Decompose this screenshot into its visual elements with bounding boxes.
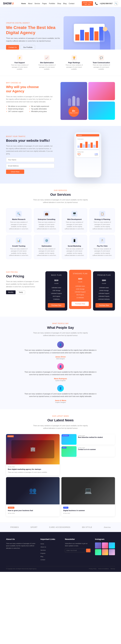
footer-terms-link[interactable]: Terms & Conditions: [98, 568, 109, 570]
footer-about-col: About Us There are many variations of pa…: [6, 538, 36, 562]
news-card-small-2[interactable]: TECH 12 Nov 2022 Contact us to to summer: [61, 446, 115, 457]
feature-site-opt: 📈 Site-Optimisation There are many varia…: [33, 53, 60, 72]
footer-links-title: Important Links: [40, 538, 60, 540]
testimonial-text-3: There are many variations of passages of…: [23, 392, 98, 398]
nav-home[interactable]: Home: [21, 2, 26, 4]
news-card-big[interactable]: 🏢 DESIGN 25 Nov 2022 Best digital market…: [6, 434, 60, 475]
footer-link-2[interactable]: About Us: [40, 546, 46, 548]
footer-sitemap-link[interactable]: Sitemap: [111, 568, 115, 570]
news-card-bottom-2[interactable]: 💻 TECH Digital business in summer 02 Nov…: [61, 477, 115, 516]
phone-bar-chart: [77, 140, 98, 148]
service-web-dev[interactable]: 🖥️ Web Development There are many variat…: [62, 208, 87, 232]
footer-link-4[interactable]: Projects: [40, 552, 45, 554]
basic-period: /month: [48, 283, 65, 284]
news-card-small-1[interactable]: BUSINESS 18 Nov 2022 Best Advertise meth…: [61, 434, 115, 445]
footer-copyright: © Copyright 2022. All Rights Reserved By…: [6, 568, 36, 570]
traffic-submit-button[interactable]: Check Now: [6, 170, 24, 174]
testimonials-title: What People Say: [6, 326, 115, 330]
nav-pages[interactable]: Pages: [42, 2, 47, 4]
instagram-thumb-6[interactable]: [109, 549, 115, 555]
service-desc-4: There are many variations of passages of…: [92, 221, 112, 230]
why-list-col2: We are highly experienced Top quality de…: [29, 106, 49, 113]
pricing-section: OUR PRICING Our Pricing There are many v…: [0, 265, 121, 316]
footer-newsletter-btn[interactable]: →: [86, 549, 91, 552]
why-image-top-right: [88, 82, 115, 100]
testimonial-1: 👤 There are many variations of passages …: [15, 341, 106, 360]
growth-icon: 📊: [16, 238, 22, 244]
nav-service[interactable]: Service: [34, 2, 40, 4]
nav-right: Monday - Friday 9am - 5pm 📞 +1(234) 5566…: [82, 1, 118, 6]
avatar-2: 👤: [57, 363, 64, 370]
traffic-desc: There are many variations of passages of…: [6, 145, 54, 155]
instagram-thumb-1[interactable]: [95, 542, 101, 548]
phone-chart-label: Performance: [77, 138, 98, 140]
standard-period: /month: [72, 281, 89, 283]
pricing-title: Our Pricing: [6, 274, 39, 278]
footer-newsletter-form: →: [65, 549, 91, 552]
service-market-research[interactable]: 🔍 Market Research There are many variati…: [6, 208, 31, 232]
footer-links-col: Important Links Home About Us Services P…: [40, 538, 60, 562]
web-dev-icon: 🖥️: [71, 211, 77, 217]
footer-link-3[interactable]: Services: [40, 550, 46, 551]
service-optimization[interactable]: ⚙️ Optimization There are many variation…: [34, 235, 59, 259]
news-small-title-1: Best Advertise method for student: [78, 436, 103, 438]
ppc-icon: 🖱️: [99, 238, 105, 244]
service-strategy[interactable]: 📋 Strategy & Planning There are many var…: [90, 208, 115, 232]
footer-privacy-link[interactable]: Privacy Policy: [89, 568, 96, 570]
news-bottom-tag-1: DESIGN: [8, 507, 14, 509]
traffic-name-input[interactable]: [6, 158, 54, 162]
instagram-thumb-5[interactable]: [102, 549, 108, 555]
feature-title-3: Page Rankings: [64, 62, 84, 64]
avatar-3: 👤: [57, 385, 64, 392]
service-title-6: Optimization: [36, 245, 57, 247]
footer-link-1[interactable]: Home: [40, 543, 44, 544]
instagram-thumb-3[interactable]: [109, 542, 115, 548]
basic-plan-name: Basic Plan: [48, 274, 65, 276]
nav-contact[interactable]: Contact: [69, 2, 74, 4]
search-icon[interactable]: 🔍: [114, 2, 118, 5]
pricing-yearly-btn[interactable]: Yearly: [16, 290, 25, 294]
chart-bar-4: [90, 28, 94, 40]
phone-stats-card: Weekly Stats 82% Goal 2.4k Visitors: [76, 150, 99, 157]
news-card-bottom-1[interactable]: 👥 DESIGN How to grow your business fast …: [6, 477, 60, 516]
partner-5: Joerna: [104, 526, 111, 528]
service-ppc[interactable]: 🖱️ Pay Per Click There are many variatio…: [90, 235, 115, 259]
hero-portfolio-button[interactable]: Our Portfolio: [20, 45, 35, 50]
nav-about[interactable]: About: [28, 2, 32, 4]
instagram-thumb-2[interactable]: [102, 542, 108, 548]
nav-links: Home About Service Pages Portfolio Shop …: [21, 2, 74, 4]
basic-purchase-button[interactable]: Purchase Now: [48, 303, 65, 308]
pricing-monthly-btn[interactable]: Monthly: [6, 290, 15, 294]
testimonials-list: 👤 There are many variations of passages …: [15, 341, 106, 403]
nav-blog[interactable]: Blog: [63, 2, 67, 4]
service-growth[interactable]: 📊 Growth Tracking There are many variati…: [6, 235, 31, 259]
feature-desc-3: There are many variations of passages of…: [64, 64, 84, 70]
testimonial-name-2: Maria Rodriguez: [54, 378, 67, 380]
nav-shop[interactable]: Shop: [57, 2, 61, 4]
footer-link-5[interactable]: Blog: [40, 556, 43, 557]
service-social[interactable]: 📱 Social Marketing There are many variat…: [62, 235, 87, 259]
news-right-column: BUSINESS 18 Nov 2022 Best Advertise meth…: [61, 434, 115, 457]
hero-description: There are many variations of passages of…: [6, 37, 64, 42]
hero-contact-button[interactable]: Contact Us: [6, 45, 19, 50]
traffic-title: Boosts your website traffic!: [6, 138, 54, 143]
traffic-phone-mockup-area: Workout Performance Weekly: [60, 132, 115, 178]
standard-purchase-button[interactable]: Purchase Now: [72, 302, 89, 306]
service-enterprise[interactable]: 💼 Enterprise Consulting There are many v…: [34, 208, 59, 232]
testimonial-text-1: There are many variations of passages of…: [23, 349, 98, 354]
footer-link-6[interactable]: Contact: [40, 559, 45, 560]
nav-portfolio[interactable]: Portfolio: [49, 2, 55, 4]
footer-email-input[interactable]: [65, 549, 85, 552]
testimonial-role-2: System Engineer: [55, 380, 66, 381]
premium-purchase-button[interactable]: Purchase Now: [96, 303, 113, 308]
service-title-1: Market Research: [9, 218, 29, 220]
instagram-thumb-4[interactable]: [95, 549, 101, 555]
service-title-7: Social Marketing: [64, 245, 85, 247]
nav-logo[interactable]: SHOWU: [3, 2, 14, 5]
traffic-email-input[interactable]: [6, 164, 54, 168]
partner-1: FROBES: [10, 526, 19, 528]
footer-instagram-title: Instagram: [95, 538, 115, 540]
nav-phone-icon: 📞: [95, 2, 98, 5]
news-bottom-layout: 👥 DESIGN How to grow your business fast …: [6, 477, 115, 516]
services-desc: There are many variations of passages of…: [30, 198, 91, 204]
